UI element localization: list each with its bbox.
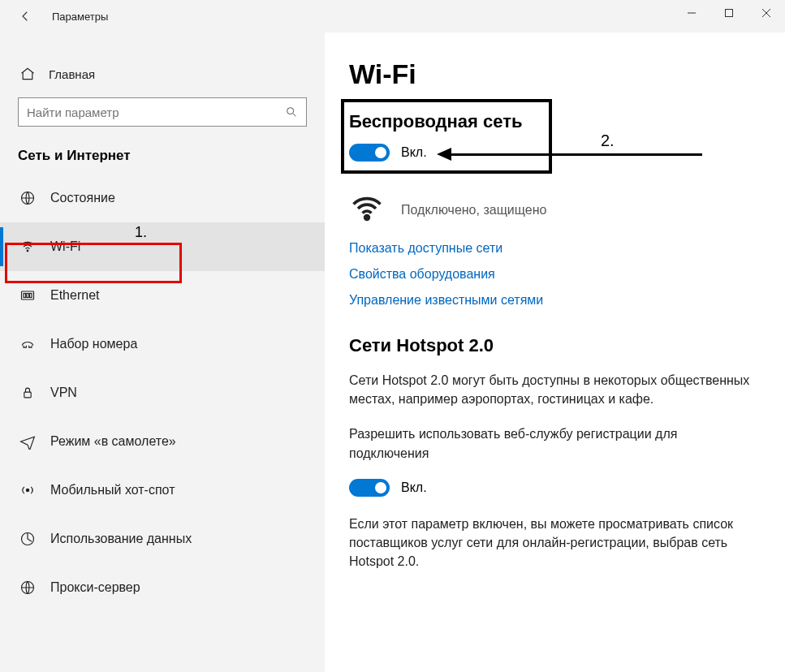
sidebar-item-ethernet[interactable]: Ethernet <box>0 271 325 320</box>
annotation-2-arrowhead <box>437 148 451 161</box>
sidebar-item-label: Состояние <box>50 191 115 205</box>
svg-point-13 <box>365 216 369 220</box>
svg-point-4 <box>27 250 28 252</box>
globe-icon <box>19 190 44 206</box>
sidebar-item-label: Ethernet <box>50 288 99 303</box>
sidebar-item-label: Wi-Fi <box>50 239 80 254</box>
sidebar-item-proxy[interactable]: Прокси-сервер <box>0 563 325 612</box>
home-icon <box>19 66 42 82</box>
link-manage-networks[interactable]: Управление известными сетями <box>349 293 762 308</box>
content-area: Wi-Fi Беспроводная сеть Вкл. Подключено,… <box>325 32 785 672</box>
svg-rect-7 <box>27 294 29 298</box>
search-icon <box>277 106 306 118</box>
sidebar-item-vpn[interactable]: VPN <box>0 368 325 417</box>
window-title: Параметры <box>52 11 108 23</box>
sidebar-category-title: Сеть и Интернет <box>0 141 325 174</box>
annotation-2-box <box>341 99 552 174</box>
wifi-status: Подключено, защищено <box>349 191 762 230</box>
annotation-2-arrow <box>451 153 702 156</box>
sidebar-item-status[interactable]: Состояние <box>0 174 325 222</box>
wireless-toggle-label: Вкл. <box>401 145 427 160</box>
hotspot-toggle-label: Вкл. <box>401 480 427 495</box>
hotspot-section-title: Сети Hotspot 2.0 <box>349 335 762 356</box>
sidebar-item-airplane[interactable]: Режим «в самолете» <box>0 417 325 466</box>
proxy-icon <box>19 579 44 596</box>
airplane-icon <box>19 433 44 450</box>
sidebar-item-label: Прокси-сервер <box>50 580 140 595</box>
page-title: Wi-Fi <box>349 58 762 90</box>
close-button[interactable] <box>748 0 785 26</box>
dialup-icon <box>19 336 44 352</box>
svg-rect-9 <box>24 392 31 398</box>
search-box[interactable] <box>18 97 307 127</box>
link-hardware-properties[interactable]: Свойства оборудования <box>349 267 762 282</box>
svg-point-2 <box>287 108 294 114</box>
search-input[interactable] <box>19 106 277 119</box>
sidebar-item-hotspot[interactable]: Мобильный хот-спот <box>0 466 325 515</box>
svg-rect-8 <box>30 294 32 298</box>
sidebar-item-label: Использование данных <box>50 532 192 546</box>
sidebar-item-label: Мобильный хот-спот <box>50 483 175 498</box>
sidebar-item-dialup[interactable]: Набор номера <box>0 320 325 368</box>
wifi-status-icon <box>349 191 385 230</box>
hotspot-icon <box>19 482 44 498</box>
wireless-toggle-row: Вкл. <box>349 144 762 162</box>
hotspot-toggle-row: Вкл. <box>349 479 762 497</box>
svg-point-10 <box>26 489 28 491</box>
back-button[interactable] <box>11 0 39 32</box>
svg-rect-6 <box>24 294 26 298</box>
window-controls <box>673 0 785 26</box>
datausage-icon <box>19 531 44 547</box>
sidebar-home[interactable]: Главная <box>0 55 325 93</box>
sidebar-item-label: VPN <box>50 386 77 400</box>
sidebar-item-datausage[interactable]: Использование данных <box>0 515 325 563</box>
sidebar-item-label: Режим «в самолете» <box>50 434 176 449</box>
hotspot-allow-label: Разрешить использовать веб-службу регист… <box>349 424 755 462</box>
sidebar: Главная Сеть и Интернет Состояние Wi-Fi … <box>0 32 325 672</box>
annotation-1-label: 1. <box>135 224 147 241</box>
hotspot-description: Сети Hotspot 2.0 могут быть доступны в н… <box>349 371 755 408</box>
wireless-toggle[interactable] <box>349 144 390 162</box>
sidebar-item-label: Набор номера <box>50 337 137 351</box>
maximize-button[interactable] <box>710 0 748 26</box>
ethernet-icon <box>19 287 44 304</box>
svg-rect-1 <box>726 10 733 17</box>
link-show-networks[interactable]: Показать доступные сети <box>349 241 762 256</box>
minimize-button[interactable] <box>673 0 710 26</box>
hotspot-info: Если этот параметр включен, вы можете пр… <box>349 515 755 571</box>
wireless-section-title: Беспроводная сеть <box>349 111 762 132</box>
wifi-status-text: Подключено, защищено <box>401 203 546 218</box>
hotspot-toggle[interactable] <box>349 479 390 497</box>
annotation-2-label: 2. <box>601 131 615 150</box>
vpn-icon <box>19 385 44 401</box>
wifi-icon <box>19 239 44 255</box>
titlebar: Параметры <box>0 0 785 32</box>
sidebar-item-wifi[interactable]: Wi-Fi <box>0 222 325 271</box>
sidebar-home-label: Главная <box>49 67 95 81</box>
